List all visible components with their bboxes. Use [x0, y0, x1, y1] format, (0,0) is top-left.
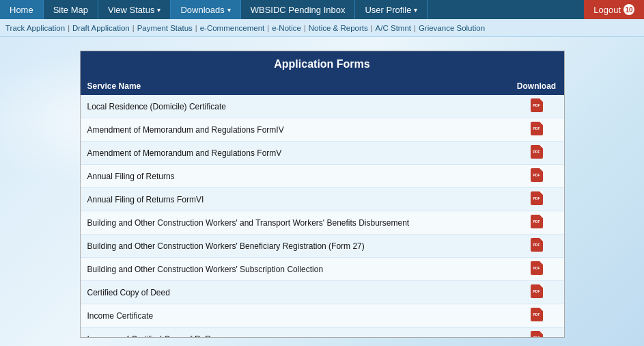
pdf-download-icon[interactable]	[531, 261, 543, 275]
table-row: Building and Other Construction Workers'…	[81, 258, 564, 281]
nav-wbsidc-pending-inbox[interactable]: WBSIDC Pending Inbox	[241, 0, 356, 19]
nav-site-map[interactable]: Site Map	[44, 0, 98, 19]
subnav-draft-application[interactable]: Draft Application	[72, 24, 130, 32]
table-row: Building and Other Construction Workers'…	[81, 211, 564, 235]
service-name-cell: Annual Filing of Returns FormVI	[81, 188, 509, 211]
table-row: Local Residence (Domicile) Certificate	[81, 95, 564, 118]
pdf-download-icon[interactable]	[531, 191, 543, 205]
subnav-e-notice[interactable]: e-Notice	[272, 24, 301, 32]
application-forms-container: Application Forms Service Name Download …	[80, 51, 565, 338]
downloads-dropdown-arrow: ▾	[227, 6, 231, 14]
download-cell	[509, 188, 564, 211]
table-row: Annual Filing of Returns	[81, 165, 564, 188]
table-row: Income Certificate	[81, 304, 564, 328]
pdf-download-icon[interactable]	[531, 98, 543, 112]
sub-navigation: Track Application | Draft Application | …	[0, 19, 644, 37]
nav-home[interactable]: Home	[0, 0, 44, 19]
column-download: Download	[509, 77, 564, 95]
logout-button[interactable]: Logout 10	[584, 0, 644, 19]
table-row: Certified Copy of Deed	[81, 281, 564, 304]
download-cell	[509, 165, 564, 188]
pdf-download-icon[interactable]	[531, 168, 543, 182]
pdf-download-icon[interactable]	[531, 308, 543, 321]
table-row: Building and Other Construction Workers'…	[81, 235, 564, 258]
nav-view-status[interactable]: View Status ▾	[98, 0, 171, 19]
download-cell	[509, 95, 564, 118]
download-cell	[509, 235, 564, 258]
column-service-name: Service Name	[81, 77, 509, 95]
user-profile-dropdown-arrow: ▾	[414, 6, 417, 14]
service-name-cell: Certified Copy of Deed	[81, 281, 509, 304]
application-forms-table: Service Name Download Local Residence (D…	[81, 77, 564, 337]
pdf-download-icon[interactable]	[531, 122, 543, 135]
pdf-download-icon[interactable]	[531, 238, 543, 252]
logout-badge: 10	[624, 4, 634, 15]
pdf-download-icon[interactable]	[531, 145, 543, 159]
download-cell	[509, 118, 564, 142]
table-row: Amendment of Memorandum and Regulations …	[81, 142, 564, 165]
service-name-cell: Local Residence (Domicile) Certificate	[81, 95, 509, 118]
subnav-e-commencement[interactable]: e-Commencement	[200, 24, 265, 32]
table-row: Amendment of Memorandum and Regulations …	[81, 118, 564, 142]
subnav-grievance-solution[interactable]: Grievance Solution	[419, 24, 485, 32]
download-cell	[509, 142, 564, 165]
top-navigation: Home Site Map View Status ▾ Downloads ▾ …	[0, 0, 644, 19]
download-cell	[509, 304, 564, 328]
service-name-cell: Building and Other Construction Workers'…	[81, 235, 509, 258]
service-name-cell: Issuance of Certified Copy of RoR	[81, 328, 509, 338]
pdf-download-icon[interactable]	[531, 331, 543, 337]
service-name-cell: Annual Filing of Returns	[81, 165, 509, 188]
service-name-cell: Building and Other Construction Workers'…	[81, 258, 509, 281]
main-content: Application Forms Service Name Download …	[0, 37, 644, 346]
subnav-notice-reports[interactable]: Notice & Reports	[309, 24, 368, 32]
download-cell	[509, 258, 564, 281]
pdf-download-icon[interactable]	[531, 215, 543, 228]
download-cell	[509, 211, 564, 235]
subnav-ac-stmnt[interactable]: A/C Stmnt	[376, 24, 411, 32]
service-name-cell: Building and Other Construction Workers'…	[81, 211, 509, 235]
service-name-cell: Income Certificate	[81, 304, 509, 328]
table-header-row: Service Name Download	[81, 77, 564, 95]
table-wrapper[interactable]: Service Name Download Local Residence (D…	[81, 77, 564, 337]
application-forms-title: Application Forms	[81, 51, 564, 77]
nav-downloads[interactable]: Downloads ▾	[171, 0, 240, 19]
pdf-download-icon[interactable]	[531, 284, 543, 298]
download-cell	[509, 281, 564, 304]
subnav-payment-status[interactable]: Payment Status	[137, 24, 193, 32]
table-row: Annual Filing of Returns FormVI	[81, 188, 564, 211]
service-name-cell: Amendment of Memorandum and Regulations …	[81, 118, 509, 142]
table-row: Issuance of Certified Copy of RoR	[81, 328, 564, 338]
service-name-cell: Amendment of Memorandum and Regulations …	[81, 142, 509, 165]
subnav-track-application[interactable]: Track Application	[5, 24, 65, 32]
view-status-dropdown-arrow: ▾	[157, 6, 160, 14]
nav-user-profile[interactable]: User Profile ▾	[355, 0, 428, 19]
download-cell	[509, 328, 564, 338]
